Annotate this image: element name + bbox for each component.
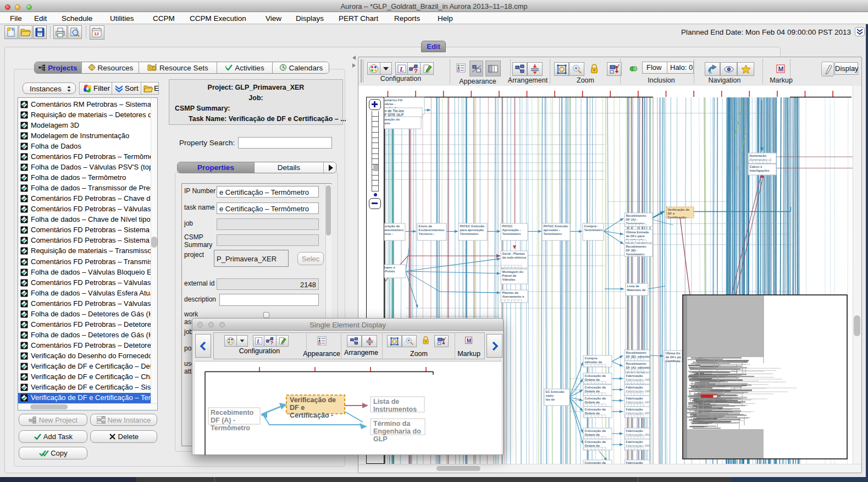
svg-text:Materiais de: Materiais de xyxy=(627,288,646,292)
svg-text:Verificação de: Verificação de xyxy=(290,396,336,404)
svg-text:Fabricação–201: Fabricação–201 xyxy=(626,412,651,415)
svg-text:Certificação -: Certificação - xyxy=(668,216,688,219)
svg-text:PATEC Emissão: PATEC Emissão xyxy=(544,224,568,228)
svg-text:DF (A) -: DF (A) - xyxy=(626,218,638,221)
svg-text:Termômetro: Termômetro xyxy=(544,232,562,235)
svg-text:Termômetro: Termômetro xyxy=(626,253,645,256)
svg-text:Esclarecimentos: Esclarecimentos xyxy=(419,228,445,232)
svg-text:Termômetro: Termômetro xyxy=(502,232,521,235)
svg-text:-Points: -Points xyxy=(384,270,396,273)
svg-text:Colocação da: Colocação da xyxy=(585,386,606,389)
svg-text:EC Emissão: EC Emissão xyxy=(546,390,565,393)
svg-text:Geral - Plantas: Geral - Plantas xyxy=(502,252,526,255)
svg-text:Fabricação–197: Fabricação–197 xyxy=(626,401,651,404)
svg-text:de DFs pa: de DFs pa xyxy=(666,355,682,359)
svg-text:Colocação da: Colocação da xyxy=(585,429,606,432)
svg-text:Válvulas: Válvulas xyxy=(502,278,516,281)
svg-text:da rede elétrica: da rede elétrica xyxy=(502,256,527,259)
svg-text:Fabricação: Fabricação xyxy=(626,461,644,464)
svg-text:Término da: Término da xyxy=(373,420,411,428)
svg-text:Certificaç: Certificaç xyxy=(666,359,681,363)
svg-text:arecimentos: arecimentos xyxy=(385,228,404,232)
svg-text:Plantas de: Plantas de xyxy=(502,291,519,294)
svg-text:icos -: icos - xyxy=(385,232,393,235)
svg-text:aprovado -: aprovado - xyxy=(544,228,560,232)
svg-text:Última En: Última En xyxy=(666,352,681,355)
svg-text:PATEC: PATEC xyxy=(502,224,513,228)
svg-text:las de: las de xyxy=(546,398,555,401)
svg-text:?: ? xyxy=(270,340,274,346)
svg-text:DF (B) -: DF (B) - xyxy=(626,249,638,252)
svg-text:Recebimento: Recebimento xyxy=(626,362,646,365)
svg-text:Aterramento e: Aterramento e xyxy=(502,295,525,298)
svg-text:Fabricação–198: Fabricação–198 xyxy=(626,378,651,381)
svg-text:Fabricação: Fabricação xyxy=(626,386,644,389)
svg-text:Termômetro: Termômetro xyxy=(460,232,479,235)
svg-text:Recebimento: Recebimento xyxy=(626,351,646,354)
svg-text:Certificação -: Certificação - xyxy=(290,412,333,419)
svg-text:n de Tie-ins: n de Tie-ins xyxy=(385,109,405,113)
svg-text:Recebimento: Recebimento xyxy=(626,245,646,248)
svg-text:Interligações: Interligações xyxy=(750,169,770,172)
svg-text:Fabricação: Fabricação xyxy=(626,429,644,432)
svg-text:válvulas de: válvulas de xyxy=(585,360,602,364)
svg-text:Compra-: Compra- xyxy=(585,357,598,360)
svg-text:DF (A) -: DF (A) - xyxy=(211,417,235,424)
svg-text:Técnicos -: Técnicos - xyxy=(419,232,435,235)
svg-text:DF e: DF e xyxy=(668,212,675,215)
svg-text:Ordem de: Ordem de xyxy=(585,390,600,393)
svg-text:Ordem de: Ordem de xyxy=(585,433,600,436)
svg-text:Ordem de: Ordem de xyxy=(585,401,600,404)
svg-text:Verificação de: Verificação de xyxy=(668,208,690,211)
svg-text:PATEC Emissão: PATEC Emissão xyxy=(460,224,485,228)
svg-text:Montagem do: Montagem do xyxy=(502,270,524,273)
svg-text:DF e: DF e xyxy=(290,404,305,412)
svg-text:de DFs para: de DFs para xyxy=(626,234,645,238)
svg-text:Compra -: Compra - xyxy=(584,224,599,228)
svg-text:lopes e: lopes e xyxy=(384,266,396,269)
svg-text:Fabricação: Fabricação xyxy=(626,397,644,400)
svg-text:DF (A)- válvulas: DF (A)- válvulas xyxy=(626,366,651,369)
svg-text:Recebimento: Recebimento xyxy=(211,409,254,417)
svg-text:Aprovação -: Aprovação - xyxy=(502,228,521,232)
svg-text:Última Entrada: Última Entrada xyxy=(626,231,649,234)
svg-text:Termômetro: Termômetro xyxy=(211,424,250,432)
svg-text:Envio de: Envio de xyxy=(419,224,433,228)
svg-text:Fabricação: Fabricação xyxy=(626,374,644,377)
svg-text:Fabricação–202: Fabricação–202 xyxy=(626,433,651,436)
svg-text:Iluminação: Iluminação xyxy=(750,154,767,157)
svg-text:L: L xyxy=(256,338,261,344)
svg-text:Colocação da: Colocação da xyxy=(585,374,606,377)
svg-text:para aprovação: para aprovação xyxy=(460,228,484,232)
svg-text:Colocação da: Colocação da xyxy=(585,397,606,400)
svg-text:Instrumentos: Instrumentos xyxy=(373,406,417,413)
svg-text:Colocação da: Colocação da xyxy=(585,440,606,443)
svg-text:M: M xyxy=(467,338,472,344)
svg-text:Ordem de: Ordem de xyxy=(585,444,600,447)
svg-text:entários FD: entários FD xyxy=(385,98,402,102)
svg-text:Fabricação: Fabricação xyxy=(626,408,644,411)
svg-text:Recebimento: Recebimento xyxy=(626,214,646,217)
svg-text:Termômetro: Termômetro xyxy=(584,228,603,232)
svg-text:Ordem de: Ordem de xyxy=(585,378,600,381)
svg-text:F SITE GLP: F SITE GLP xyxy=(385,113,405,117)
svg-text:Fabricação–200: Fabricação–200 xyxy=(626,444,651,447)
svg-text:Fabricação: Fabricação xyxy=(626,440,644,443)
svg-text:Colocação da: Colocação da xyxy=(585,408,606,411)
svg-text:Engenharia do: Engenharia do xyxy=(373,428,421,435)
svg-text:oração de: oração de xyxy=(385,224,401,228)
svg-text:Ordem de: Ordem de xyxy=(585,412,600,415)
svg-text:Painel de: Painel de xyxy=(502,274,517,277)
svg-text:Fabricação–196: Fabricação–196 xyxy=(626,390,651,393)
svg-text:eno: eno xyxy=(385,122,391,125)
svg-text:vado-: vado- xyxy=(546,394,555,397)
svg-text:Cabos e: Cabos e xyxy=(750,165,763,168)
svg-text:obras -: obras - xyxy=(385,102,396,106)
svg-text:Colocação da: Colocação da xyxy=(585,461,606,464)
svg-text:DF (B)- válvulas: DF (B)- válvulas xyxy=(626,355,651,358)
svg-text:Lista de: Lista de xyxy=(373,398,399,406)
svg-text:GLP: GLP xyxy=(373,435,388,443)
svg-text:aração do: aração do xyxy=(385,118,400,121)
svg-text:Lista de: Lista de xyxy=(627,284,640,288)
